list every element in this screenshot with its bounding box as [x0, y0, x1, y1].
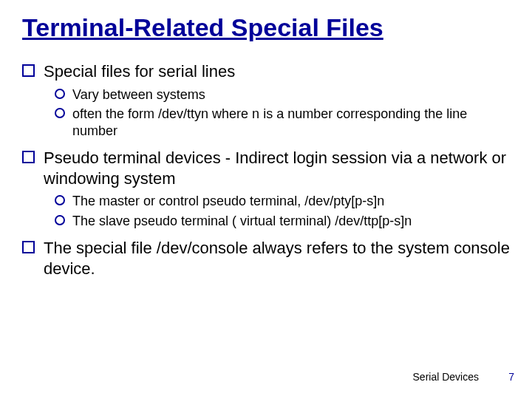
page-number: 7 — [508, 371, 514, 383]
subbullet-text: The slave pseudo terminal ( virtual term… — [72, 213, 510, 230]
subbullet-group: The master or control pseudo terminal, /… — [22, 191, 510, 229]
slide: Terminal-Related Special Files Special f… — [0, 0, 532, 399]
bullet-level1: Special files for serial lines — [22, 60, 510, 82]
square-bullet-icon — [22, 241, 35, 253]
bullet-level2: Vary between systems — [55, 85, 510, 103]
slide-content: Special files for serial lines Vary betw… — [22, 60, 510, 279]
square-bullet-icon — [22, 151, 35, 163]
bullet-level1: The special file /dev/console always ref… — [22, 236, 510, 279]
slide-title: Terminal-Related Special Files — [22, 13, 510, 42]
circle-bullet-icon — [55, 195, 65, 205]
bullet-text: Pseudo terminal devices - Indirect login… — [44, 148, 510, 188]
bullet-text: The special file /dev/console always ref… — [44, 238, 510, 279]
bullet-level1: Pseudo terminal devices - Indirect login… — [22, 146, 510, 188]
square-bullet-icon — [22, 64, 35, 77]
subbullet-text: Vary between systems — [72, 86, 510, 103]
bullet-level2: The master or control pseudo terminal, /… — [55, 191, 510, 210]
circle-bullet-icon — [55, 108, 65, 118]
footer-label: Serial Devices — [413, 371, 479, 383]
subbullet-text: often the form /dev/ttyn where n is a nu… — [72, 106, 510, 139]
bullet-level2: The slave pseudo terminal ( virtual term… — [55, 211, 510, 230]
circle-bullet-icon — [55, 89, 65, 99]
subbullet-group: Vary between systems often the form /dev… — [22, 85, 510, 140]
subbullet-text: The master or control pseudo terminal, /… — [72, 193, 510, 210]
bullet-text: Special files for serial lines — [44, 61, 510, 82]
bullet-level2: often the form /dev/ttyn where n is a nu… — [55, 104, 510, 139]
circle-bullet-icon — [55, 215, 65, 225]
